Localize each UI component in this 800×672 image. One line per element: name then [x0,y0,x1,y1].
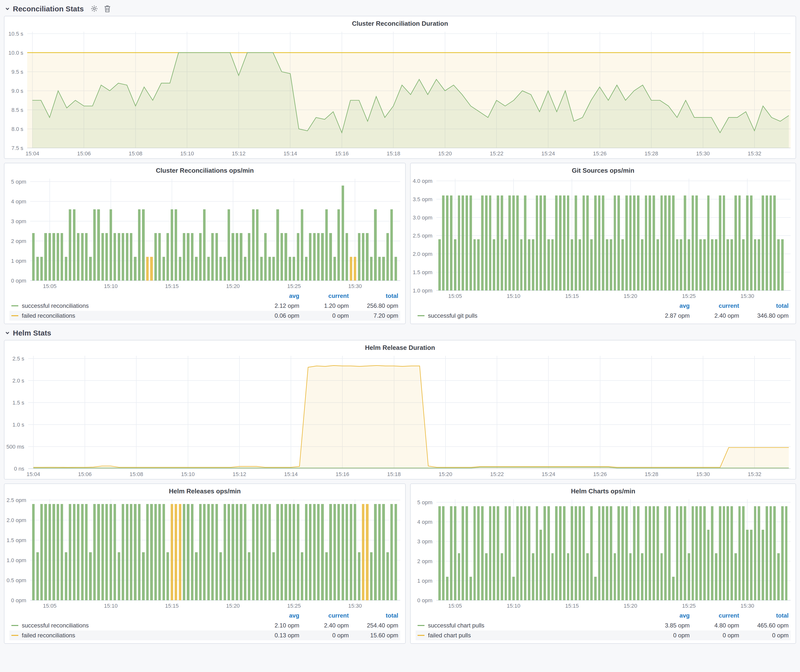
section-title-helm-stats[interactable]: Helm Stats [13,329,51,337]
svg-text:15:04: 15:04 [26,471,40,477]
svg-text:15:20: 15:20 [226,283,240,289]
legend-column-total[interactable]: total [351,611,400,621]
svg-text:15:05: 15:05 [448,603,462,609]
svg-text:15:18: 15:18 [387,471,401,477]
svg-text:4 opm: 4 opm [11,198,26,205]
svg-text:0 opm: 0 opm [417,597,432,603]
legend-series-name[interactable]: failed reconciliations [22,632,75,639]
svg-text:15:32: 15:32 [748,150,762,157]
legend-column-avg[interactable]: avg [252,611,301,621]
legend-value: 2.40 opm [692,311,741,321]
legend-column-avg[interactable]: avg [252,291,301,301]
chart-helm-charts-opm[interactable]: 15:0515:1015:1515:2015:2515:300 opm1 opm… [411,496,795,611]
chevron-down-icon[interactable] [5,330,10,335]
svg-text:15:28: 15:28 [645,471,658,477]
legend-value: 7.20 opm [351,311,400,321]
trash-icon[interactable] [104,5,111,12]
svg-text:1.5 s: 1.5 s [12,400,24,406]
svg-text:15:10: 15:10 [180,150,194,157]
series-color-dash [11,315,18,316]
panel-helm-charts-opm: Helm Charts ops/min 15:0515:1015:1515:20… [410,483,796,644]
legend-series-name[interactable]: failed reconciliations [22,312,75,319]
svg-text:15:15: 15:15 [165,603,179,609]
panel-title[interactable]: Git Sources ops/min [411,163,795,175]
section-header-helm-stats[interactable]: Helm Stats [0,324,800,340]
svg-text:15:20: 15:20 [226,603,240,609]
svg-text:15:32: 15:32 [748,471,762,477]
svg-text:8.5 s: 8.5 s [11,107,23,113]
chart-helm-releases-opm[interactable]: 15:0515:1015:1515:2015:2515:300 opm0.5 o… [5,496,405,611]
svg-text:15:25: 15:25 [682,603,696,609]
series-color-dash [418,315,424,316]
svg-text:15:08: 15:08 [130,471,143,477]
panel-title[interactable]: Helm Releases ops/min [5,484,405,496]
svg-text:15:15: 15:15 [165,283,179,289]
legend-column-current[interactable]: current [692,611,741,621]
legend-series-name[interactable]: successful chart pulls [428,622,484,629]
svg-text:15:30: 15:30 [696,471,710,477]
svg-text:15:20: 15:20 [438,471,452,477]
legend-column-total[interactable]: total [741,611,790,621]
legend-column-current[interactable]: current [301,611,351,621]
svg-text:3 opm: 3 opm [417,538,432,545]
svg-text:3 opm: 3 opm [11,218,26,224]
svg-text:15:30: 15:30 [348,283,362,289]
legend-value: 2.87 opm [642,311,692,321]
legend-series-name[interactable]: successful reconciliations [22,622,89,629]
section-header-reconciliation-stats[interactable]: Reconciliation Stats [0,0,800,16]
legend-value: 2.12 opm [252,301,301,311]
legend-value: 465.60 opm [741,621,790,630]
chart-helm-release-duration[interactable]: 15:0415:0615:0815:1015:1215:1415:1615:18… [5,352,795,479]
svg-text:15:22: 15:22 [490,471,504,477]
svg-text:4 opm: 4 opm [417,519,432,525]
chevron-down-icon[interactable] [5,6,10,11]
panel-title[interactable]: Helm Charts ops/min [411,484,795,496]
svg-text:15:10: 15:10 [104,283,117,289]
svg-text:1.0 opm: 1.0 opm [7,557,26,563]
legend-column-current[interactable]: current [301,291,351,301]
svg-text:10.0 s: 10.0 s [8,50,23,56]
section-title-reconciliation-stats[interactable]: Reconciliation Stats [13,5,84,13]
legend-value: 0 opm [301,630,351,640]
svg-text:15:22: 15:22 [490,150,503,157]
series-color-dash [418,635,424,636]
legend-row: successful reconciliations2.10 opm2.40 o… [10,621,400,630]
chart-cluster-reconciliations-opm[interactable]: 15:0515:1015:1515:2015:2515:300 opm1 opm… [5,175,405,291]
legend-value: 254.40 opm [351,621,400,630]
legend-value: 256.80 opm [351,301,400,311]
svg-text:1 opm: 1 opm [11,258,26,264]
svg-text:5 opm: 5 opm [417,499,432,506]
legend-column-avg[interactable]: avg [642,301,692,311]
chart-cluster-reconciliation-duration[interactable]: 15:0415:0615:0815:1015:1215:1415:1615:18… [5,28,795,158]
dashboard: Reconciliation Stats Cluster Reconciliat… [0,0,800,672]
svg-text:15:18: 15:18 [387,150,400,157]
gear-icon[interactable] [91,5,98,12]
legend-series-name[interactable]: failed chart pulls [428,632,471,639]
legend-value: 1.20 opm [301,301,351,311]
legend-column-avg[interactable]: avg [642,611,692,621]
svg-text:4.0 opm: 4.0 opm [413,178,433,184]
svg-text:7.5 s: 7.5 s [11,145,23,151]
legend-column-total[interactable]: total [741,301,790,311]
legend-column-current[interactable]: current [692,301,741,311]
svg-text:15:05: 15:05 [448,293,462,299]
svg-text:15:25: 15:25 [287,283,301,289]
legend-value: 3.85 opm [642,621,692,630]
svg-text:15:30: 15:30 [741,293,754,299]
legend-column-total[interactable]: total [351,291,400,301]
chart-git-sources-opm[interactable]: 15:0515:1015:1515:2015:2515:301.0 opm1.5… [411,175,795,301]
svg-text:15:28: 15:28 [645,150,658,157]
legend-value: 0.06 opm [252,311,301,321]
panel-title[interactable]: Helm Release Duration [5,341,795,352]
panel-title[interactable]: Cluster Reconciliation Duration [5,16,795,28]
panel-cluster-reconciliation-duration: Cluster Reconciliation Duration 15:0415:… [4,16,796,159]
svg-text:15:25: 15:25 [287,603,301,609]
legend-series-name[interactable]: successful reconciliations [22,302,89,309]
svg-text:15:30: 15:30 [696,150,710,157]
legend-value: 346.80 opm [741,311,790,321]
svg-text:1.5 opm: 1.5 opm [413,269,433,275]
svg-text:8.0 s: 8.0 s [11,126,23,132]
legend-series-name[interactable]: successful git pulls [428,312,477,319]
panel-title[interactable]: Cluster Reconciliations ops/min [5,163,405,175]
svg-text:15:15: 15:15 [565,603,579,609]
